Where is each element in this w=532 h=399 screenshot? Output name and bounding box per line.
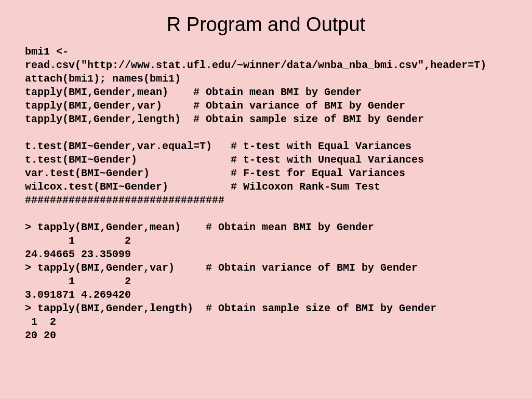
slide: R Program and Output bmi1 <- read.csv("h… xyxy=(0,0,532,399)
code-block: bmi1 <- read.csv("http://www.stat.ufl.ed… xyxy=(25,45,507,342)
slide-title: R Program and Output xyxy=(25,14,507,36)
